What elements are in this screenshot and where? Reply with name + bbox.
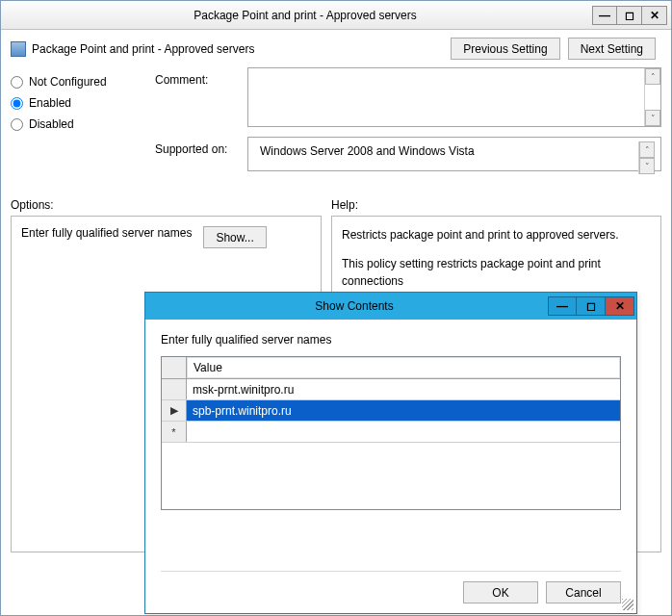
- radio-disabled-label: Disabled: [29, 117, 74, 131]
- supported-on-textbox: Windows Server 2008 and Windows Vista ˄ …: [247, 137, 661, 171]
- modal-close-button[interactable]: ✕: [606, 296, 634, 316]
- modal-titlebar: Show Contents — ◻ ✕: [145, 293, 636, 320]
- radio-enabled[interactable]: Enabled: [11, 96, 145, 110]
- help-text-line2: This policy setting restricts package po…: [342, 255, 651, 290]
- comment-textbox[interactable]: ˄ ˅: [247, 67, 661, 127]
- radio-enabled-label: Enabled: [29, 96, 71, 110]
- resize-grip-icon[interactable]: [622, 599, 633, 610]
- value-cell[interactable]: spb-prnt.winitpro.ru: [187, 400, 620, 421]
- modal-prompt: Enter fully qualified server names: [161, 333, 621, 346]
- gp-titlebar: Package Point and print - Approved serve…: [1, 1, 671, 30]
- grid-empty-area: [162, 443, 620, 509]
- radio-disabled-input[interactable]: [11, 118, 23, 131]
- value-cell[interactable]: [187, 422, 620, 442]
- supported-on-label: Supported on:: [155, 142, 238, 156]
- modal-minimize-button[interactable]: —: [548, 296, 577, 316]
- supported-on-value: Windows Server 2008 and Windows Vista: [254, 141, 638, 161]
- help-section-label: Help:: [331, 198, 358, 212]
- scroll-up-icon[interactable]: ˄: [645, 68, 660, 85]
- table-row[interactable]: ▶ spb-prnt.winitpro.ru: [162, 400, 620, 422]
- modal-title: Show Contents: [161, 299, 548, 313]
- comment-label: Comment:: [155, 73, 238, 87]
- policy-setting-name: Package Point and print - Approved serve…: [32, 42, 451, 56]
- gp-window-title: Package Point and print - Approved serve…: [18, 9, 592, 22]
- previous-setting-button[interactable]: Previous Setting: [451, 38, 559, 60]
- close-button[interactable]: ✕: [642, 6, 667, 25]
- grid-column-header[interactable]: Value: [187, 357, 620, 378]
- maximize-button[interactable]: ◻: [617, 6, 642, 25]
- cancel-button[interactable]: Cancel: [546, 581, 621, 603]
- ok-button[interactable]: OK: [463, 581, 538, 603]
- row-marker: ▶: [162, 400, 187, 421]
- radio-not-configured-input[interactable]: [11, 76, 23, 89]
- minimize-button[interactable]: —: [592, 6, 617, 25]
- policy-icon: [11, 41, 26, 57]
- table-row[interactable]: msk-prnt.winitpro.ru: [162, 379, 620, 400]
- show-contents-dialog: Show Contents — ◻ ✕ Enter fully qualifie…: [144, 292, 637, 614]
- radio-not-configured-label: Not Configured: [29, 75, 107, 89]
- help-text-line1: Restricts package point and print to app…: [342, 226, 651, 244]
- radio-disabled[interactable]: Disabled: [11, 117, 145, 131]
- value-cell[interactable]: msk-prnt.winitpro.ru: [187, 379, 620, 399]
- table-row[interactable]: *: [162, 422, 620, 443]
- row-marker: [162, 379, 187, 399]
- options-text: Enter fully qualified server names: [21, 226, 192, 240]
- comment-value: [248, 68, 644, 126]
- show-button[interactable]: Show...: [203, 226, 266, 248]
- next-setting-button[interactable]: Next Setting: [568, 38, 656, 60]
- grid-corner: [162, 357, 187, 378]
- row-marker: *: [162, 422, 187, 442]
- scroll-up-icon[interactable]: ˄: [639, 141, 655, 158]
- options-section-label: Options:: [11, 198, 331, 212]
- modal-maximize-button[interactable]: ◻: [577, 296, 606, 316]
- values-grid[interactable]: Value msk-prnt.winitpro.ru ▶ spb-prnt.wi…: [161, 356, 621, 510]
- scroll-down-icon[interactable]: ˅: [639, 158, 655, 174]
- scroll-down-icon[interactable]: ˅: [645, 110, 660, 126]
- radio-enabled-input[interactable]: [11, 97, 23, 110]
- radio-not-configured[interactable]: Not Configured: [11, 75, 145, 89]
